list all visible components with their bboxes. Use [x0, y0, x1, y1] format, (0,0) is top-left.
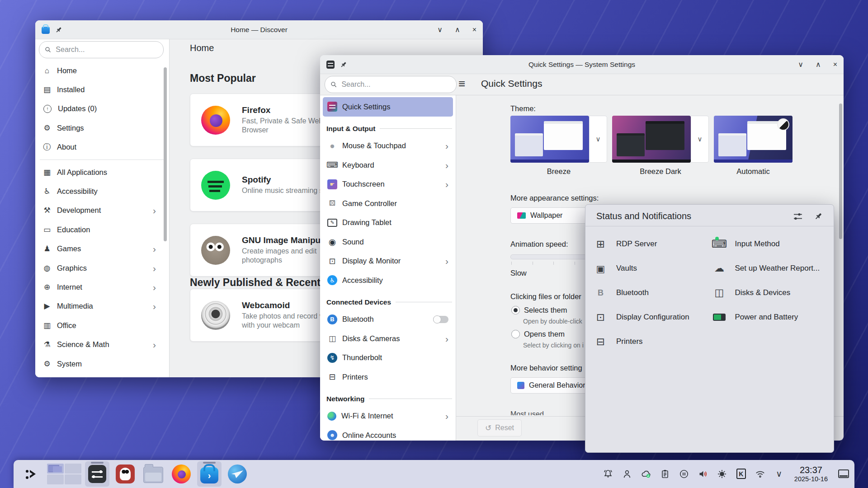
- pin-icon[interactable]: [814, 212, 823, 221]
- content-scrollbar[interactable]: [839, 103, 842, 239]
- sidebar-item[interactable]: ☛ Touchscreen: [323, 175, 453, 194]
- pin-icon[interactable]: [55, 26, 62, 33]
- sidebar-item[interactable]: ⓘ About: [38, 138, 160, 157]
- discover-titlebar[interactable]: Home — Discover ∨ ∧ ×: [35, 20, 483, 39]
- wallpaper-button[interactable]: Wallpaper: [510, 207, 592, 224]
- sidebar-item[interactable]: ⌂ Home: [38, 61, 160, 80]
- sidebar-item[interactable]: ⚙ System: [38, 354, 160, 373]
- sidebar-item[interactable]: B Bluetooth: [323, 310, 453, 329]
- sidebar-item[interactable]: ◉ Sound: [323, 232, 453, 252]
- maximize-button[interactable]: ∧: [816, 61, 821, 68]
- cloud-sync-icon[interactable]: [641, 468, 652, 479]
- pager-desktop-1[interactable]: [47, 464, 64, 474]
- clock[interactable]: 23:37 2025-10-16: [794, 465, 828, 483]
- brightness-icon[interactable]: [717, 468, 728, 479]
- radio-selects-them[interactable]: Selects them: [511, 306, 567, 314]
- theme-thumbnail[interactable]: [510, 116, 589, 163]
- pager-desktop-2[interactable]: [65, 464, 81, 474]
- sidebar-item[interactable]: ⊡ Display & Monitor: [323, 252, 453, 271]
- pager-desktop-3[interactable]: [47, 474, 64, 484]
- search-input[interactable]: [340, 80, 451, 89]
- sidebar-item[interactable]: ◍ Graphics: [38, 258, 160, 277]
- sidebar-item-quick-settings[interactable]: Quick Settings: [323, 97, 453, 117]
- discover-search[interactable]: [39, 41, 164, 58]
- sidebar-item[interactable]: ♿ Accessibility: [38, 182, 160, 201]
- sidebar-item[interactable]: Wi-Fi & Internet: [323, 407, 453, 426]
- sidebar-item[interactable]: ◫ Disks & Cameras: [323, 329, 453, 348]
- taskbar-system-settings[interactable]: [85, 461, 109, 487]
- show-desktop-button[interactable]: [838, 469, 849, 478]
- sidebar-item[interactable]: ↑ Updates (0): [38, 99, 160, 118]
- input-method-k-icon[interactable]: K: [736, 468, 747, 479]
- radio-button-checked[interactable]: [511, 306, 520, 314]
- close-button[interactable]: ×: [472, 26, 476, 33]
- sidebar-item[interactable]: ⊕ Internet: [38, 277, 160, 296]
- settings-search[interactable]: [325, 76, 457, 93]
- user-icon[interactable]: [622, 468, 633, 479]
- sidebar-item[interactable]: ☻ Online Accounts: [323, 426, 453, 441]
- theme-dropdown-button[interactable]: [589, 116, 607, 163]
- status-item[interactable]: ⌨ Input Method: [715, 232, 834, 256]
- status-item[interactable]: ☁ Set up Weather Report...: [715, 256, 834, 281]
- sidebar-item[interactable]: ● Mouse & Touchpad: [323, 136, 453, 156]
- bluetooth-toggle[interactable]: [433, 316, 448, 323]
- status-item[interactable]: ▣ Vaults: [596, 256, 715, 281]
- sidebar-item[interactable]: ▥ Office: [38, 316, 160, 335]
- configure-icon[interactable]: [793, 211, 803, 221]
- minimize-button[interactable]: ∨: [798, 61, 803, 68]
- theme-option[interactable]: Breeze Dark: [612, 116, 709, 176]
- search-input[interactable]: [55, 45, 158, 54]
- status-item[interactable]: ⊟ Printers: [596, 329, 715, 354]
- application-launcher-button[interactable]: [19, 461, 43, 487]
- sidebar-item[interactable]: ↯ Thunderbolt: [323, 348, 453, 368]
- virtual-desktop-pager[interactable]: [47, 464, 81, 484]
- sidebar-item[interactable]: ⌨ Keyboard: [323, 155, 453, 175]
- sidebar-item[interactable]: ▶ Multimedia: [38, 297, 160, 316]
- status-item[interactable]: ⊡ Display Configuration: [596, 305, 715, 329]
- sidebar-item[interactable]: ⚙ Settings: [38, 118, 160, 137]
- sidebar-item[interactable]: ▦ All Applications: [38, 163, 160, 182]
- hamburger-menu-icon[interactable]: ≡: [458, 78, 465, 89]
- sidebar-item[interactable]: ⊟ Printers: [323, 367, 453, 387]
- radio-opens-them[interactable]: Opens them: [511, 330, 565, 338]
- status-item[interactable]: ⊞ RDP Server: [596, 232, 715, 256]
- sidebar-item[interactable]: ♟ Games: [38, 239, 160, 258]
- close-button[interactable]: ×: [833, 61, 837, 68]
- sidebar-item[interactable]: ▤ Installed: [38, 80, 160, 99]
- sidebar-item[interactable]: ♿ Accessibility: [323, 271, 453, 290]
- sidebar-item[interactable]: ⚗ Science & Math: [38, 335, 160, 354]
- minimize-button[interactable]: ∨: [437, 26, 443, 33]
- sidebar-scrollbar[interactable]: [164, 67, 167, 241]
- clipboard-icon[interactable]: [660, 468, 671, 479]
- taskbar-dolphin[interactable]: [141, 461, 165, 487]
- radio-button-unchecked[interactable]: [511, 330, 520, 338]
- pin-icon[interactable]: [340, 61, 347, 68]
- sidebar-item-label: Disks & Cameras: [342, 334, 400, 343]
- taskbar-firefox[interactable]: [169, 461, 193, 487]
- sidebar-item[interactable]: ⚒ Development: [38, 201, 160, 220]
- media-pause-icon[interactable]: [679, 468, 690, 479]
- status-item[interactable]: ◫ Disks & Devices: [715, 281, 834, 305]
- taskbar-discover[interactable]: [197, 461, 222, 487]
- theme-dropdown-button[interactable]: [691, 116, 709, 163]
- sidebar-item[interactable]: ✎ Drawing Tablet: [323, 213, 453, 233]
- sidebar-item[interactable]: ⚄ Game Controller: [323, 194, 453, 213]
- status-item[interactable]: Power and Battery: [715, 305, 834, 329]
- theme-option[interactable]: Automatic: [714, 116, 793, 176]
- status-item[interactable]: B Bluetooth: [596, 281, 715, 305]
- volume-icon[interactable]: [698, 468, 709, 479]
- expand-tray-icon[interactable]: [774, 468, 785, 479]
- notifications-icon[interactable]: [603, 468, 614, 479]
- wifi-icon[interactable]: [755, 468, 766, 479]
- general-behavior-button[interactable]: General Behavior: [510, 377, 594, 394]
- theme-thumbnail[interactable]: [714, 116, 793, 163]
- system-settings-titlebar[interactable]: Quick Settings — System Settings ∨ ∧ ×: [320, 55, 844, 74]
- reset-button[interactable]: Reset: [477, 419, 522, 436]
- taskbar-ghostwriter[interactable]: [113, 461, 137, 487]
- theme-thumbnail[interactable]: [612, 116, 691, 163]
- theme-option[interactable]: Breeze: [510, 116, 607, 176]
- maximize-button[interactable]: ∧: [455, 26, 460, 33]
- sidebar-item[interactable]: ▭ Education: [38, 220, 160, 239]
- taskbar-falkon[interactable]: [225, 461, 250, 487]
- pager-desktop-4[interactable]: [65, 474, 81, 484]
